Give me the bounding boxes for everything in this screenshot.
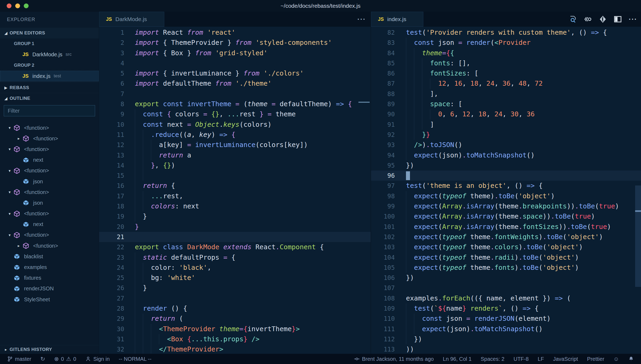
code-line[interactable]: 95}) (371, 160, 641, 171)
search-in-file-icon[interactable] (569, 15, 577, 23)
section-open-editors[interactable]: ◢ OPEN EDITORS (0, 28, 99, 38)
code-line[interactable]: 16 return { (99, 181, 371, 191)
code-line[interactable]: 90 0, 6, 12, 18, 24, 30, 36 (371, 109, 641, 119)
code-line[interactable]: 93 />).toJSON() (371, 140, 641, 150)
section-rebass[interactable]: ▶ REBASS (0, 82, 99, 93)
open-editor-index-selected[interactable]: JS index.js test (0, 71, 99, 81)
outline-item-json[interactable]: json (0, 176, 99, 187)
code-line[interactable]: 111 expect(json).toMatchSnapshot() (371, 324, 641, 334)
code-line[interactable]: 113)) (371, 344, 641, 354)
code-line[interactable]: 21 (99, 232, 371, 242)
code-line[interactable]: 15 (99, 171, 371, 181)
code-line[interactable]: 84 theme={{ (371, 48, 641, 58)
outline-item-function[interactable]: ▾<function> (0, 165, 99, 176)
problems-indicator[interactable]: ⊗ 0 ⚠ 0 (54, 356, 76, 362)
code-line[interactable]: 107 (371, 283, 641, 293)
code-line[interactable]: 102 expect(typeof theme.fontWeights).toB… (371, 232, 641, 242)
eol-setting[interactable]: LF (538, 356, 544, 362)
indentation-setting[interactable]: Spaces: 2 (481, 356, 505, 362)
code-line[interactable]: 87 12, 16, 18, 24, 36, 48, 72 (371, 78, 641, 89)
language-mode[interactable]: JavaScript (553, 356, 578, 362)
chevron-down-icon[interactable]: ▾ (6, 233, 13, 238)
code-line[interactable]: 91 ] (371, 120, 641, 130)
code-line[interactable]: 18 colors: next (99, 201, 371, 211)
code-line[interactable]: 32 </ThemeProvider> (99, 344, 371, 354)
open-editor-darkmode[interactable]: JS DarkMode.js src (0, 49, 99, 60)
code-line[interactable]: 92 }} (371, 130, 641, 140)
code-line[interactable]: 108examples.forEach(({ name, element }) … (371, 293, 641, 303)
code-line[interactable]: 23 static defaultProps = { (99, 252, 371, 263)
chevron-down-icon[interactable]: ▾ (6, 168, 13, 173)
code-line[interactable]: 100 expect(Array.isArray(theme.space)).t… (371, 211, 641, 221)
code-line[interactable]: 97test('theme is an object', () => { (371, 181, 641, 191)
code-line[interactable]: 105 expect(typeof theme.fonts).toBe('obj… (371, 263, 641, 273)
code-line[interactable]: 11 .reduce((a, key) => { (99, 130, 371, 140)
code-line[interactable]: 88 ], (371, 89, 641, 99)
outline-item-function[interactable]: ▸<function> (0, 133, 99, 144)
chevron-down-icon[interactable]: ▾ (6, 125, 13, 130)
code-line[interactable]: 103 expect(typeof theme.colors).toBe('ob… (371, 242, 641, 252)
code-line[interactable]: 86 fontSizes: [ (371, 68, 641, 78)
scrollbar[interactable] (635, 27, 641, 354)
chevron-right-icon[interactable]: ▸ (15, 136, 22, 141)
code-line[interactable]: 110 const json = renderJSON(element) (371, 314, 641, 324)
code-line[interactable]: 8export const invertTheme = (theme = def… (99, 99, 371, 109)
code-line[interactable]: 20} (99, 222, 371, 232)
code-line[interactable]: 27 (99, 293, 371, 303)
code-line[interactable]: 1import React from 'react' (99, 27, 371, 38)
code-line[interactable]: 24 color: 'black', (99, 263, 371, 273)
code-line[interactable]: 82test('Provider renders with custom the… (371, 27, 641, 38)
outline-item-function[interactable]: ▸<function> (0, 240, 99, 251)
code-line[interactable]: 106}) (371, 273, 641, 283)
outline-item-next[interactable]: next (0, 219, 99, 230)
code-line[interactable]: 101 expect(Array.isArray(theme.fontSizes… (371, 222, 641, 232)
encoding-setting[interactable]: UTF-8 (514, 356, 529, 362)
outline-item-function[interactable]: ▾<function> (0, 208, 99, 219)
code-line[interactable]: 6import defaultTheme from './theme' (99, 78, 371, 89)
code-line[interactable]: 104 expect(typeof theme.radii).toBe('obj… (371, 252, 641, 263)
code-line[interactable]: 17 ...rest, (99, 191, 371, 201)
section-outline[interactable]: ◢ OUTLINE (0, 93, 99, 104)
feedback-smiley-icon[interactable]: ☺ (613, 356, 619, 362)
outline-item-blacklist[interactable]: blacklist (0, 251, 99, 262)
compare-changes-icon[interactable] (584, 15, 592, 23)
outline-item-function[interactable]: ▾<function> (0, 187, 99, 197)
editor-darkmode-js[interactable]: 1import React from 'react'2import { Them… (99, 27, 371, 354)
outline-item-json[interactable]: json (0, 197, 99, 208)
gitlens-icon[interactable] (599, 15, 607, 23)
split-editor-icon[interactable] (614, 15, 622, 23)
code-line[interactable]: 112 }) (371, 334, 641, 344)
code-line[interactable]: 94 expect(json).toMatchSnapshot() (371, 150, 641, 160)
tab-index-js[interactable]: JS index.js (371, 12, 423, 27)
outline-item-function[interactable]: ▾<function> (0, 230, 99, 240)
code-line[interactable]: 26 } (99, 283, 371, 293)
outline-item-next[interactable]: next (0, 155, 99, 165)
outline-filter-input[interactable] (4, 105, 95, 116)
code-line[interactable]: 9 const { colors = {}, ...rest } = theme (99, 109, 371, 119)
section-gitlens-history[interactable]: ▸ GITLENS HISTORY (0, 345, 99, 354)
code-line[interactable]: 25 bg: 'white' (99, 273, 371, 283)
code-line[interactable]: 22export class DarkMode extends React.Co… (99, 242, 371, 252)
code-line[interactable]: 98 expect(typeof theme).toBe('object') (371, 191, 641, 201)
outline-item-fixtures[interactable]: fixtures (0, 273, 99, 283)
git-branch-indicator[interactable]: master (7, 356, 31, 362)
code-line[interactable]: 28 render () { (99, 303, 371, 314)
code-line[interactable]: 4 (99, 58, 371, 68)
formatter-indicator[interactable]: Prettier (587, 356, 604, 362)
notifications-bell-icon[interactable] (628, 356, 634, 362)
code-line[interactable]: 30 <ThemeProvider theme={invertTheme}> (99, 324, 371, 334)
chevron-down-icon[interactable]: ▾ (6, 190, 13, 195)
code-line[interactable]: 13 return a (99, 150, 371, 160)
editor-index-js[interactable]: 82test('Provider renders with custom the… (371, 27, 641, 354)
tab-darkmode-js[interactable]: JS DarkMode.js (99, 12, 164, 27)
chevron-down-icon[interactable]: ▾ (6, 211, 13, 216)
outline-item-renderJSON[interactable]: renderJSON (0, 283, 99, 294)
code-line[interactable]: 5import { invertLuminance } from './colo… (99, 68, 371, 78)
outline-item-StyleSheet[interactable]: StyleSheet (0, 294, 99, 305)
outline-item-function[interactable]: ▾<function> (0, 122, 99, 133)
outline-item-examples[interactable]: examples (0, 262, 99, 272)
more-actions-icon[interactable]: ··· (629, 15, 637, 23)
code-line[interactable]: 85 fonts: [], (371, 58, 641, 68)
code-line[interactable]: 83 const json = render(<Provider (371, 38, 641, 48)
code-line[interactable]: 3import { Box } from 'grid-styled' (99, 48, 371, 58)
